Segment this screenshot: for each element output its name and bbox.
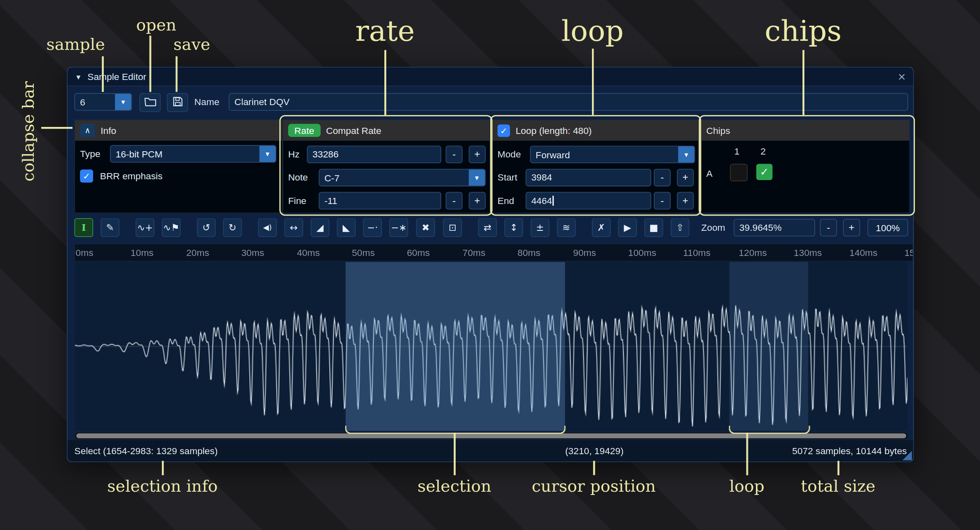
draw-mode-button[interactable]: ✎ [101, 218, 119, 237]
annotation-selection: selection [392, 476, 517, 495]
ibeam-cursor-icon: I [82, 222, 86, 233]
hz-minus-button[interactable]: - [446, 146, 463, 163]
crop-icon: ⊡ [449, 222, 456, 233]
annotation-total-size: total size [776, 476, 900, 495]
rate-panel-header: Rate Compat Rate [283, 120, 489, 141]
loop-mode-dropdown[interactable]: Forward ▼ [530, 146, 695, 163]
insert-silence-button[interactable]: −· [363, 218, 382, 237]
arrows-horizontal-icon: ↔ [290, 222, 298, 233]
resize-button[interactable]: ∿+ [136, 218, 154, 237]
type-dropdown[interactable]: 16-bit PCM ▼ [110, 145, 276, 162]
ruler-tick: 30ms [241, 247, 264, 258]
status-selection-info: Select (1654-2983: 1329 samples) [75, 445, 218, 456]
zoom-minus-button[interactable]: - [820, 219, 837, 236]
waveform-view[interactable] [75, 262, 907, 431]
fine-label: Fine [288, 192, 306, 209]
annotation-cursor-position: cursor position [531, 476, 656, 495]
collapse-triangle-icon[interactable]: ▼ [75, 73, 82, 80]
fine-input[interactable]: -11 [319, 192, 441, 209]
sample-number-dropdown[interactable]: 6 ▼ [75, 93, 132, 110]
annotation-collapse-bar: collapse bar [19, 76, 38, 187]
brr-emphasis-checkbox[interactable]: ✓ [80, 169, 93, 183]
annotation-loop-region: loop [684, 476, 809, 495]
window-title: Sample Editor [87, 71, 146, 82]
normalize-button[interactable]: ↔ [284, 218, 303, 237]
note-label: Note [288, 169, 308, 186]
rate-toggle-button[interactable]: Rate [288, 124, 320, 137]
annotation-save: save [157, 35, 226, 54]
annotation-chips: chips [741, 14, 865, 47]
window-titlebar[interactable]: ▼ Sample Editor × [68, 68, 913, 87]
close-icon[interactable]: × [898, 70, 906, 83]
loop-start-input[interactable]: 3984 [526, 169, 651, 186]
loop-start-value: 3984 [531, 172, 552, 183]
save-button[interactable] [167, 93, 188, 112]
zoom-plus-button[interactable]: + [843, 219, 860, 236]
open-button[interactable] [139, 93, 161, 112]
loop-end-plus-button[interactable]: + [677, 192, 694, 209]
select-mode-button[interactable]: I [75, 218, 94, 237]
check-icon: ✓ [760, 165, 769, 178]
loop-start-minus-button[interactable]: - [654, 169, 671, 186]
undo-button[interactable]: ↺ [197, 218, 216, 237]
filter-button[interactable]: ≋ [557, 218, 576, 237]
status-bar: Select (1654-2983: 1329 samples) (3210, … [68, 440, 913, 462]
crossfade-button[interactable]: ✗ [592, 218, 611, 237]
hz-plus-button[interactable]: + [469, 146, 486, 163]
annotation-line-cursor-position [593, 461, 595, 475]
chevron-down-icon: ▼ [469, 169, 485, 185]
fade-in-button[interactable]: ◢ [311, 218, 330, 237]
fade-out-button[interactable]: ◣ [337, 218, 356, 237]
zoom-input[interactable]: 39.9645% [734, 219, 815, 236]
annotation-line-total-size [837, 461, 839, 475]
ruler-tick: 110ms [683, 247, 711, 258]
reverse-button[interactable]: ⇄ [478, 218, 497, 237]
invert-button[interactable]: ↕ [504, 218, 523, 237]
plus-minus-icon: ± [536, 222, 544, 233]
stop-preview-button[interactable]: ■ [644, 218, 663, 237]
horizontal-scrollbar[interactable] [75, 433, 907, 439]
chip-a1-checkbox[interactable] [730, 164, 747, 181]
chevron-down-icon: ▼ [115, 94, 131, 110]
mode-label: Mode [498, 146, 521, 163]
loop-region [730, 262, 808, 431]
scrollbar-thumb[interactable] [76, 433, 906, 438]
ruler-tick: 140ms [849, 247, 877, 258]
loop-end-minus-button[interactable]: - [654, 192, 671, 209]
signed-unsigned-button[interactable]: ± [531, 218, 550, 237]
name-input[interactable]: Clarinet DQV [229, 93, 908, 110]
squiggle-icon: ≋ [562, 222, 570, 233]
redo-button[interactable]: ↻ [223, 218, 242, 237]
delete-button[interactable]: ✖ [416, 218, 435, 237]
ruler-tick: 70ms [463, 247, 486, 258]
resize-grip[interactable] [903, 451, 912, 460]
loop-end-input[interactable]: 4464 [526, 192, 651, 209]
preview-button[interactable]: ▶ [618, 218, 637, 237]
apply-silence-button[interactable]: −∗ [389, 218, 408, 237]
speaker-icon: ◀) [263, 223, 272, 232]
resample-button[interactable]: ∿⚑ [162, 218, 181, 237]
loop-start-plus-button[interactable]: + [677, 169, 694, 186]
time-ruler[interactable]: 0ms 10ms 20ms 30ms 40ms 50ms 60ms 70ms 8… [75, 244, 912, 260]
rate-panel-title: Compat Rate [326, 125, 381, 136]
amplify-button[interactable]: ◀) [258, 218, 277, 237]
chip-a2-checkbox[interactable]: ✓ [756, 164, 772, 180]
trim-button[interactable]: ⊡ [443, 218, 462, 237]
collapse-info-button[interactable]: ∧ [80, 124, 95, 137]
dash-dot-icon: −· [367, 222, 378, 233]
chips-panel-header: Chips [701, 120, 909, 141]
chips-row-a-label: A [706, 165, 712, 183]
reset-zoom-button[interactable]: 100% [868, 219, 908, 236]
info-panel-title: Info [101, 125, 116, 136]
hz-input[interactable]: 33286 [307, 146, 441, 163]
chevron-up-icon: ∧ [84, 126, 90, 135]
loop-mode-value: Forward [531, 149, 678, 160]
import-button[interactable]: ⇧ [671, 218, 690, 237]
loop-enable-checkbox[interactable]: ✓ [498, 124, 510, 136]
note-dropdown[interactable]: C-7 ▼ [319, 169, 486, 186]
fine-plus-button[interactable]: + [469, 192, 486, 209]
fine-minus-button[interactable]: - [446, 192, 463, 209]
loop-start-label: Start [498, 169, 517, 186]
annotation-selection-info: selection info [100, 476, 225, 495]
chips-column-2: 2 [755, 145, 771, 157]
